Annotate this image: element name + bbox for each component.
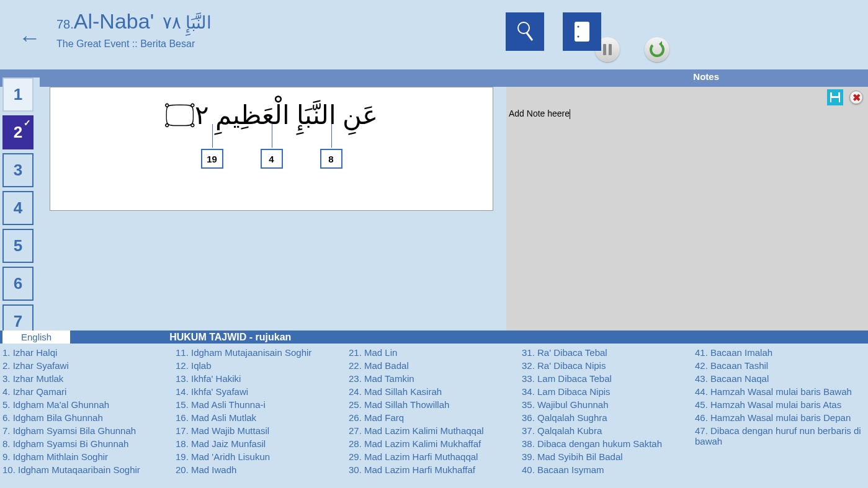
- reference-column: 41. Bacaan Imalah42. Bacaan Tashil43. Ba…: [695, 346, 868, 488]
- reference-link[interactable]: 31. Ra' Dibaca Tebal: [522, 346, 695, 359]
- note-input[interactable]: Add Note heere: [509, 109, 570, 119]
- reference-link[interactable]: 42. Bacaan Tashil: [695, 359, 868, 372]
- reference-link[interactable]: 15. Mad Asli Thunna-i: [176, 398, 349, 411]
- notes-panel: ✖ Add Note heere: [506, 87, 868, 331]
- title-block: 78.Al-Naba' النَّبَإِ ٧٨ The Great Event…: [56, 9, 212, 50]
- refresh-icon: [650, 42, 664, 57]
- svg-rect-6: [832, 92, 838, 96]
- reference-link[interactable]: 14. Ikhfa' Syafawi: [176, 385, 349, 398]
- surah-arabic-name: النَّبَإِ ٧٨: [163, 12, 212, 33]
- reference-link[interactable]: 1. Izhar Halqi: [2, 346, 176, 359]
- refresh-button[interactable]: [645, 37, 669, 62]
- close-note-button[interactable]: ✖: [849, 91, 863, 104]
- reference-link[interactable]: 40. Bacaan Isymam: [522, 463, 695, 476]
- surah-number: 78.: [56, 17, 74, 31]
- reference-link[interactable]: 10. Idgham Mutaqaaribain Soghir: [2, 463, 176, 476]
- reference-link[interactable]: 19. Mad 'Aridh Lisukun: [176, 450, 349, 463]
- verse-tab-4[interactable]: 4: [2, 191, 34, 225]
- reference-link[interactable]: 43. Bacaan Naqal: [695, 372, 868, 385]
- reference-link[interactable]: 27. Mad Lazim Kalimi Muthaqqal: [349, 424, 522, 437]
- page-title: 78.Al-Naba' النَّبَإِ ٧٨: [56, 9, 212, 33]
- reference-link[interactable]: 39. Mad Syibih Bil Badal: [522, 450, 695, 463]
- reference-link[interactable]: 7. Idgham Syamsi Bila Ghunnah: [2, 424, 176, 437]
- surah-name: Al-Naba': [74, 9, 154, 33]
- tajwid-marker[interactable]: 19: [201, 149, 223, 169]
- reference-column: 21. Mad Lin22. Mad Badal23. Mad Tamkin24…: [349, 346, 522, 488]
- reference-link[interactable]: 2. Izhar Syafawi: [2, 359, 176, 372]
- reference-column: 31. Ra' Dibaca Tebal32. Ra' Dibaca Nipis…: [522, 346, 695, 488]
- notes-panel-title: Notes: [693, 71, 719, 82]
- verse-tab-6[interactable]: 6: [2, 267, 34, 301]
- tajwid-markers: 1948: [50, 136, 493, 169]
- section-strip: Notes: [0, 69, 868, 87]
- reference-column: 1. Izhar Halqi2. Izhar Syafawi3. Izhar M…: [2, 346, 176, 488]
- tajwid-marker[interactable]: 4: [261, 149, 283, 169]
- subtitle: The Great Event :: Berita Besar: [56, 38, 212, 50]
- svg-rect-7: [831, 98, 839, 102]
- back-arrow-icon[interactable]: ←: [19, 25, 41, 51]
- playback-controls: [595, 37, 669, 62]
- reference-link[interactable]: 25. Mad Sillah Thowillah: [349, 398, 522, 411]
- reference-link[interactable]: 28. Mad Lazim Kalimi Mukhaffaf: [349, 437, 522, 450]
- reference-link[interactable]: 45. Hamzah Wasal mulai baris Atas: [695, 398, 868, 411]
- reference-link[interactable]: 23. Mad Tamkin: [349, 372, 522, 385]
- pin-button[interactable]: [506, 12, 544, 51]
- verse-tab-5[interactable]: 5: [2, 229, 34, 263]
- save-icon: [830, 92, 841, 103]
- reference-link[interactable]: 34. Lam Dibaca Nipis: [522, 385, 695, 398]
- reference-column: 11. Idgham Mutajaanisain Soghir12. Iqlab…: [176, 346, 349, 488]
- reference-grid: 1. Izhar Halqi2. Izhar Syafawi3. Izhar M…: [0, 344, 868, 488]
- reference-link[interactable]: 5. Idgham Ma'al Ghunnah: [2, 398, 176, 411]
- reference-link[interactable]: 11. Idgham Mutajaanisain Soghir: [176, 346, 349, 359]
- reference-link[interactable]: 3. Izhar Mutlak: [2, 372, 176, 385]
- reference-link[interactable]: 21. Mad Lin: [349, 346, 522, 359]
- reference-link[interactable]: 33. Lam Dibaca Tebal: [522, 372, 695, 385]
- svg-point-4: [578, 36, 579, 38]
- reference-link[interactable]: 38. Dibaca dengan hukum Saktah: [522, 437, 695, 450]
- reference-link[interactable]: 22. Mad Badal: [349, 359, 522, 372]
- reference-link[interactable]: 35. Wajibul Ghunnah: [522, 398, 695, 411]
- verse-tab-1[interactable]: 1: [2, 78, 34, 112]
- reference-link[interactable]: 47. Dibaca dengan huruf nun berbaris di …: [695, 424, 868, 448]
- reference-link[interactable]: 32. Ra' Dibaca Nipis: [522, 359, 695, 372]
- reference-link[interactable]: 29. Mad Lazim Harfi Muthaqqal: [349, 450, 522, 463]
- svg-point-3: [578, 26, 579, 28]
- note-button[interactable]: [563, 12, 601, 51]
- tajwid-marker[interactable]: 8: [320, 149, 342, 169]
- close-icon: ✖: [852, 92, 861, 104]
- notes-toolbar: ✖: [827, 89, 863, 105]
- reference-link[interactable]: 4. Izhar Qamari: [2, 385, 176, 398]
- reference-link[interactable]: 24. Mad Sillah Kasirah: [349, 385, 522, 398]
- reference-header: English HUKUM TAJWID - rujukan: [0, 331, 868, 344]
- language-tab[interactable]: English: [2, 331, 70, 344]
- reference-link[interactable]: 44. Hamzah Wasal mulai baris Bawah: [695, 385, 868, 398]
- verse-tab-2[interactable]: 2✓: [2, 115, 34, 149]
- svg-rect-2: [575, 22, 589, 42]
- save-note-button[interactable]: [827, 89, 843, 105]
- check-icon: ✓: [24, 118, 31, 128]
- reference-link[interactable]: 37. Qalqalah Kubra: [522, 424, 695, 437]
- reference-link[interactable]: 46. Hamzah Wasal mulai baris Depan: [695, 411, 868, 424]
- reference-link[interactable]: 13. Ikhfa' Hakiki: [176, 372, 349, 385]
- reference-link[interactable]: 36. Qalqalah Sughra: [522, 411, 695, 424]
- svg-line-1: [527, 33, 532, 40]
- note-icon: [570, 19, 594, 44]
- reference-link[interactable]: 30. Mad Lazim Harfi Mukhaffaf: [349, 463, 522, 476]
- verse-nav: 12✓34567: [2, 78, 40, 342]
- reference-link[interactable]: 8. Idgham Syamsi Bi Ghunnah: [2, 437, 176, 450]
- reference-link[interactable]: 20. Mad Iwadh: [176, 463, 349, 476]
- pause-icon: [603, 44, 612, 55]
- pin-icon: [512, 19, 537, 44]
- reference-link[interactable]: 9. Idgham Mithlain Soghir: [2, 450, 176, 463]
- verse-panel: عَنِ النَّبَإِ الْعَظِيمِ ۝٢ 1948: [50, 87, 493, 211]
- reference-link[interactable]: 26. Mad Farq: [349, 411, 522, 424]
- reference-link[interactable]: 41. Bacaan Imalah: [695, 346, 868, 359]
- reference-link[interactable]: 17. Mad Wajib Muttasil: [176, 424, 349, 437]
- reference-link[interactable]: 18. Mad Jaiz Munfasil: [176, 437, 349, 450]
- header: ← 78.Al-Naba' النَّبَإِ ٧٨ The Great Eve…: [0, 0, 868, 69]
- reference-link[interactable]: 16. Mad Asli Mutlak: [176, 411, 349, 424]
- reference-link[interactable]: 6. Idgham Bila Ghunnah: [2, 411, 176, 424]
- action-tiles: [506, 12, 601, 51]
- reference-link[interactable]: 12. Iqlab: [176, 359, 349, 372]
- verse-tab-3[interactable]: 3: [2, 153, 34, 187]
